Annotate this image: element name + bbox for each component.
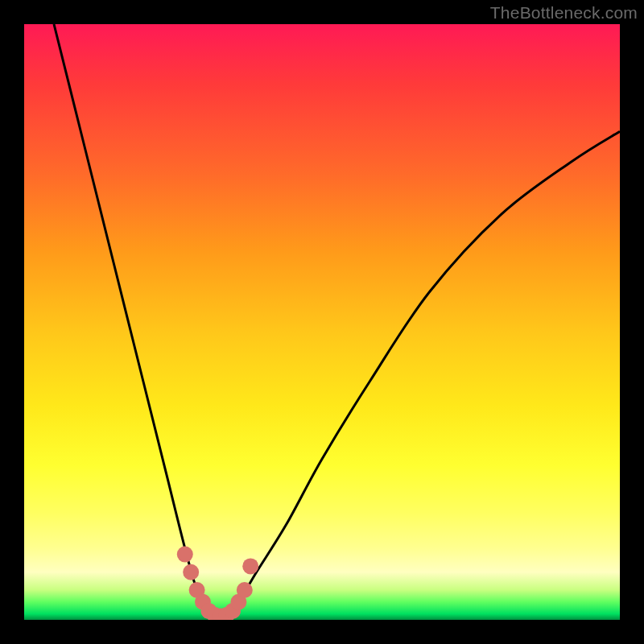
trough-dot <box>242 558 258 574</box>
trough-dot <box>237 582 253 598</box>
trough-dot <box>177 547 193 563</box>
trough-dot <box>183 564 199 580</box>
chart-plot-area <box>24 24 620 620</box>
trough-dot-cluster <box>177 547 258 620</box>
watermark-text: TheBottleneck.com <box>490 3 638 23</box>
bottleneck-curve-path <box>54 24 620 620</box>
bottleneck-curve-svg <box>24 24 620 620</box>
